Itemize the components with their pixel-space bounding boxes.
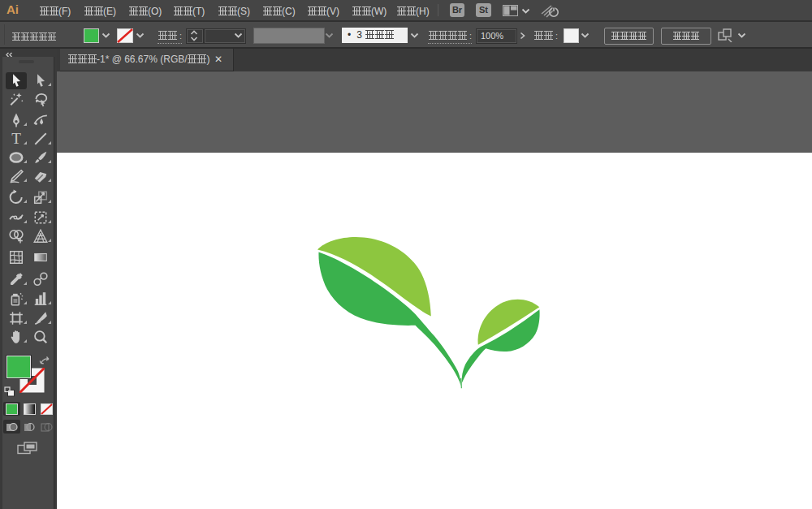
svg-text:T: T [11,131,21,147]
